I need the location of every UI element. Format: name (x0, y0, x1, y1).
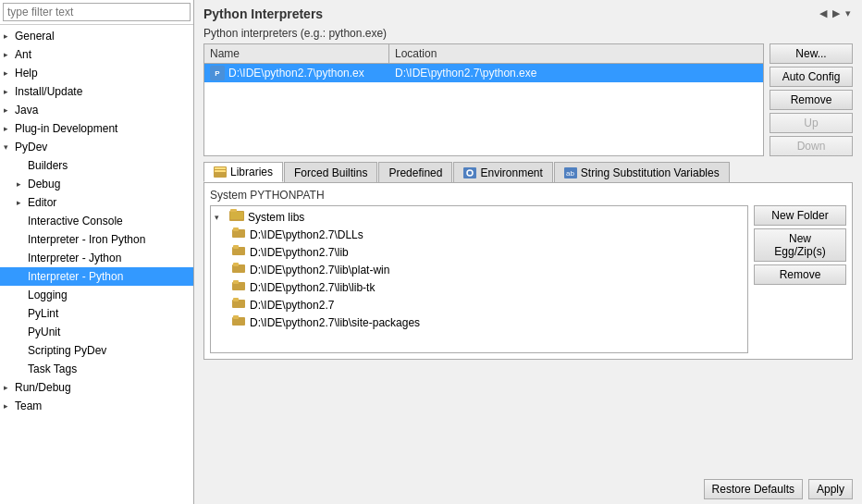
left-panel: GeneralAntHelpInstall/UpdateJavaPlug-in … (0, 0, 194, 504)
svg-rect-1 (215, 167, 226, 169)
tree-item-interpreter-iron[interactable]: Interpreter - Iron Python (0, 230, 193, 249)
tree-item-scripting-pydev[interactable]: Scripting PyDev (0, 341, 193, 360)
tree-item-run-debug[interactable]: Run/Debug (0, 378, 193, 397)
right-panel: Python Interpreters ◀ ▶ ▾ Python interpr… (194, 0, 862, 504)
tab-libraries[interactable]: Libraries (203, 162, 283, 182)
table-cell-location: D:\IDE\python2.7\python.exe (389, 65, 763, 81)
path-item[interactable]: D:\IDE\python2.7\lib\site-packages (213, 313, 745, 331)
tabs-row: LibrariesForced BuiltinsPredefinedEnviro… (203, 162, 853, 182)
svg-rect-9 (230, 212, 243, 219)
col-location-header: Location (389, 44, 763, 63)
tree-label-interpreter-python: Interpreter - Python (28, 270, 193, 283)
tree-item-builders[interactable]: Builders (0, 156, 193, 175)
path-tree: System libsD:\IDE\python2.7\DLLsD:\IDE\p… (210, 205, 748, 353)
package-icon (231, 227, 246, 242)
package-icon (231, 244, 246, 260)
path-label: D:\IDE\python2.7\lib\plat-win (250, 264, 389, 277)
system-pythonpath-label: System PYTHONPATH (210, 189, 846, 202)
up-button[interactable]: Up (770, 113, 853, 133)
sys-libs-icon (229, 209, 244, 225)
tree-label-builders: Builders (28, 159, 193, 172)
tab-string-substitution[interactable]: abString Substitution Variables (554, 162, 730, 182)
tree-item-pyunit[interactable]: PyUnit (0, 323, 193, 341)
path-item[interactable]: D:\IDE\python2.7\lib\lib-tk (213, 278, 745, 296)
right-header: Python Interpreters ◀ ▶ ▾ (194, 0, 862, 25)
svg-text:ab: ab (566, 169, 574, 178)
tree-container: GeneralAntHelpInstall/UpdateJavaPlug-in … (0, 25, 193, 504)
new-folder-button[interactable]: New Folder (754, 205, 846, 226)
tree-item-debug[interactable]: Debug (0, 175, 193, 193)
tab-label-string-substitution: String Substitution Variables (581, 166, 720, 179)
tree-item-task-tags[interactable]: Task Tags (0, 360, 193, 378)
tree-item-install-update[interactable]: Install/Update (0, 82, 193, 101)
svg-rect-13 (233, 245, 239, 249)
content-remove-button[interactable]: Remove (754, 264, 846, 285)
new-egg-zip-button[interactable]: New Egg/Zip(s) (754, 228, 846, 262)
path-label: D:\IDE\python2.7\DLLs (250, 228, 363, 241)
table-header: Name Location (204, 44, 763, 64)
path-item[interactable]: D:\IDE\python2.7\DLLs (213, 226, 745, 243)
tree-item-java[interactable]: Java (0, 101, 193, 119)
tree-item-logging[interactable]: Logging (0, 286, 193, 304)
apply-button[interactable]: Apply (808, 479, 853, 499)
remove-button[interactable]: Remove (770, 90, 853, 110)
path-item[interactable]: D:\IDE\python2.7\lib (213, 243, 745, 261)
tree-item-interpreter-python[interactable]: Interpreter - Python (0, 267, 193, 286)
svg-rect-11 (233, 227, 239, 231)
table-body: PD:\IDE\python2.7\python.exD:\IDE\python… (204, 64, 763, 82)
table-cell-name: PD:\IDE\python2.7\python.ex (204, 64, 389, 82)
tree-label-ant: Ant (15, 48, 193, 61)
tree-item-general[interactable]: General (0, 27, 193, 45)
path-item[interactable]: D:\IDE\python2.7 (213, 296, 745, 313)
tree-item-interpreter-jython[interactable]: Interpreter - Jython (0, 249, 193, 267)
tree-label-interpreter-jython: Interpreter - Jython (28, 252, 193, 264)
tree-arrow-run-debug (4, 383, 15, 392)
sys-libs-row[interactable]: System libs (213, 208, 745, 226)
tree-item-pylint[interactable]: PyLint (0, 304, 193, 323)
tab-environment[interactable]: Environment (453, 162, 552, 182)
path-item[interactable]: D:\IDE\python2.7\lib\plat-win (213, 261, 745, 278)
tree-item-team[interactable]: Team (0, 397, 193, 415)
auto-config-button[interactable]: Auto Config (770, 67, 853, 87)
tree-item-plugin-dev[interactable]: Plug-in Development (0, 119, 193, 138)
tab-predefined[interactable]: Predefined (378, 162, 452, 182)
tree-label-interpreter-iron: Interpreter - Iron Python (28, 233, 193, 246)
bottom-bar: Restore Defaults Apply (194, 474, 862, 504)
tree-item-help[interactable]: Help (0, 64, 193, 82)
tree-label-task-tags: Task Tags (28, 363, 193, 375)
tree-label-logging: Logging (28, 289, 193, 301)
filter-container (0, 0, 193, 25)
package-icon (231, 297, 246, 313)
down-button[interactable]: Down (770, 136, 853, 156)
table-area: Name Location PD:\IDE\python2.7\python.e… (203, 43, 853, 156)
back-button[interactable]: ◀ (818, 6, 829, 21)
table-row[interactable]: PD:\IDE\python2.7\python.exD:\IDE\python… (204, 64, 763, 82)
interpreter-action-buttons: New... Auto Config Remove Up Down (770, 43, 853, 156)
tree-item-pydev[interactable]: PyDev (0, 138, 193, 156)
new-button[interactable]: New... (770, 43, 853, 64)
tree-item-interactive-console[interactable]: Interactive Console (0, 212, 193, 230)
content-with-buttons: System libsD:\IDE\python2.7\DLLsD:\IDE\p… (210, 205, 846, 353)
filter-input[interactable] (3, 3, 191, 21)
page-title: Python Interpreters (203, 6, 323, 21)
tab-icon-environment (463, 166, 476, 179)
forward-button[interactable]: ▶ (831, 6, 842, 21)
tab-label-environment: Environment (480, 166, 542, 179)
tree-label-debug: Debug (28, 178, 193, 191)
tree-arrow-install-update (4, 87, 15, 96)
restore-defaults-button[interactable]: Restore Defaults (704, 479, 803, 499)
tab-label-forced-builtins: Forced Builtins (294, 166, 367, 179)
tree-label-scripting-pydev: Scripting PyDev (28, 344, 193, 357)
tree-arrow-general (4, 31, 15, 41)
tree-item-ant[interactable]: Ant (0, 45, 193, 64)
tree-item-editor[interactable]: Editor (0, 193, 193, 212)
path-label: D:\IDE\python2.7\lib\site-packages (250, 316, 420, 329)
tab-forced-builtins[interactable]: Forced Builtins (284, 162, 377, 182)
tree-arrow-editor (17, 198, 28, 207)
tree-label-interactive-console: Interactive Console (28, 215, 193, 227)
tab-content: System PYTHONPATH System libsD:\IDE\pyth… (203, 182, 853, 360)
tab-icon-libraries (214, 166, 227, 178)
path-label: D:\IDE\python2.7\lib\lib-tk (250, 281, 375, 294)
toolbar-icons: ◀ ▶ ▾ (818, 6, 853, 21)
dropdown-button[interactable]: ▾ (844, 6, 853, 21)
